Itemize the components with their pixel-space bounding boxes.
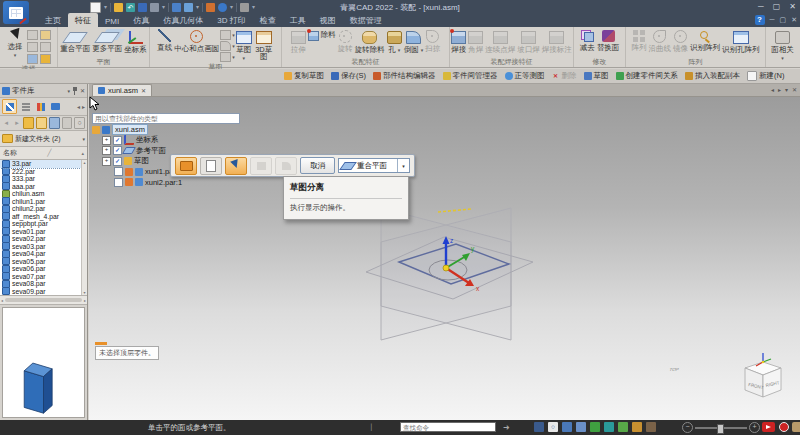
tab-feature[interactable]: 特征 bbox=[68, 13, 98, 27]
file-row[interactable]: seva06.par bbox=[0, 265, 87, 273]
recognize-hole-pattern-button[interactable]: 识别孔阵列 bbox=[721, 27, 761, 57]
step-button[interactable] bbox=[250, 157, 272, 175]
new-folder-icon[interactable] bbox=[23, 117, 34, 129]
tab-simulation[interactable]: 仿真 bbox=[126, 13, 156, 27]
tab-3d-print[interactable]: 3D 打印 bbox=[210, 13, 252, 27]
view-cube[interactable]: TOP FRONT RIGHT bbox=[669, 353, 781, 397]
weld-button[interactable]: 焊接 bbox=[450, 27, 467, 57]
subtract-button[interactable]: 减去 bbox=[579, 27, 596, 57]
file-row[interactable]: seva07.par bbox=[0, 273, 87, 281]
inter-part-manager-button[interactable]: 零件间管理器 bbox=[443, 71, 498, 81]
panel-close-icon[interactable]: ✕ bbox=[80, 87, 85, 94]
sketch-quick-button[interactable]: 草图 bbox=[584, 71, 609, 81]
file-row[interactable]: seva08.par bbox=[0, 280, 87, 288]
shaded-view-icon[interactable] bbox=[618, 422, 628, 432]
panel-menu-icon[interactable]: ▾ bbox=[67, 88, 70, 94]
rotate-view-icon[interactable] bbox=[604, 422, 614, 432]
scroll-up-icon[interactable]: ▴ bbox=[81, 150, 84, 156]
file-row[interactable]: seva03.par bbox=[0, 243, 87, 251]
new-file-button[interactable]: 新建(N) bbox=[747, 71, 784, 81]
account-icon[interactable] bbox=[792, 422, 800, 432]
library-tab-icon[interactable] bbox=[2, 99, 17, 114]
replace-face-button[interactable]: 替换面 bbox=[596, 27, 621, 57]
search-icon[interactable]: ○ bbox=[74, 117, 85, 129]
sketch-button[interactable]: 草图 ▾ bbox=[235, 27, 253, 62]
doc-restore-button[interactable]: ▢ bbox=[780, 15, 787, 25]
file-row[interactable]: chilun.asm bbox=[0, 190, 87, 198]
list-view-tab-icon[interactable] bbox=[19, 100, 32, 113]
finish-button[interactable] bbox=[275, 157, 297, 175]
pathfinder-search-input[interactable] bbox=[92, 113, 240, 124]
tree-root-row[interactable]: xuni.asm bbox=[92, 125, 282, 135]
scrollbar-thumb[interactable] bbox=[5, 298, 82, 302]
video-button[interactable] bbox=[762, 422, 775, 432]
weld-callout-button[interactable]: 焊接标注 bbox=[541, 27, 573, 57]
file-row[interactable]: 333.par bbox=[0, 175, 87, 183]
tab-prev-icon[interactable]: ◂ bbox=[771, 86, 774, 93]
save-button[interactable]: 保存(S) bbox=[331, 71, 366, 81]
select-button[interactable]: 选择 ▾ bbox=[7, 27, 24, 64]
copy-sketch-button[interactable]: 复制草图 bbox=[284, 71, 324, 81]
file-row[interactable]: 222.par bbox=[0, 168, 87, 176]
tab-close-all-icon[interactable]: ✕ bbox=[792, 86, 797, 93]
round-button[interactable]: 倒圆 ▾ bbox=[403, 27, 425, 57]
checkbox-unchecked[interactable] bbox=[114, 178, 123, 187]
center-point-circle-button[interactable]: 中心和点画圆 bbox=[173, 27, 220, 62]
user-view-icon[interactable] bbox=[646, 422, 656, 432]
record-button[interactable] bbox=[779, 422, 789, 432]
tab-scroll-right-icon[interactable]: ▸ bbox=[82, 103, 85, 110]
zoom-in-icon[interactable]: + bbox=[749, 422, 760, 433]
plane-type-dropdown[interactable]: 重合平面 ▾ bbox=[338, 158, 410, 173]
coordinate-system-button[interactable]: 坐标系 bbox=[123, 27, 148, 57]
rectangle-tool-icon[interactable] bbox=[220, 30, 231, 40]
delete-button[interactable]: ✕删除 bbox=[552, 71, 577, 81]
tab-inspect[interactable]: 检查 bbox=[253, 13, 283, 27]
file-row[interactable]: seva04.par bbox=[0, 250, 87, 258]
options-button[interactable] bbox=[175, 157, 197, 175]
folder-dropdown[interactable]: 新建文件夹 (2) ▾ bbox=[0, 131, 87, 147]
file-row[interactable]: chilun2.par bbox=[0, 205, 87, 213]
sketch-3d-button[interactable]: 3D草图 bbox=[253, 27, 275, 62]
tab-next-icon[interactable]: ▸ bbox=[778, 86, 781, 93]
name-column-header[interactable]: 名称 ╱ ▴ bbox=[0, 147, 87, 160]
select-option-icon[interactable] bbox=[40, 42, 51, 52]
tree-item-csys[interactable]: + ✓ 坐标系 bbox=[102, 136, 282, 146]
expander-icon[interactable]: + bbox=[102, 146, 111, 155]
select-option-icon[interactable] bbox=[40, 54, 51, 64]
revolve-cut-button[interactable]: 旋转除料 bbox=[354, 27, 386, 57]
monitor-icon[interactable] bbox=[49, 117, 60, 129]
back-icon[interactable]: ◂ bbox=[2, 118, 11, 128]
tab-pmi[interactable]: PMI bbox=[98, 15, 126, 27]
display-options-icon[interactable] bbox=[534, 422, 544, 432]
select-plane-button[interactable] bbox=[225, 157, 247, 175]
file-row[interactable]: 33.par bbox=[0, 160, 87, 168]
arc-tool-icon[interactable] bbox=[220, 41, 231, 51]
folder-icon[interactable] bbox=[36, 117, 47, 129]
iso-view-icon[interactable] bbox=[590, 422, 600, 432]
tab-data-management[interactable]: 数据管理 bbox=[343, 13, 389, 27]
tab-view[interactable]: 视图 bbox=[313, 13, 343, 27]
create-inter-part-relation-button[interactable]: 创建零件间关系 bbox=[616, 71, 679, 81]
checkbox-unchecked[interactable] bbox=[114, 167, 123, 176]
face-related-button[interactable]: 面相关 ▾ bbox=[770, 27, 795, 60]
doc-close-button[interactable]: ✕ bbox=[791, 15, 797, 25]
zoom-area-icon[interactable]: ○ bbox=[548, 422, 558, 432]
cancel-button[interactable]: 取消 bbox=[300, 157, 335, 174]
file-row[interactable]: seva01.par bbox=[0, 228, 87, 236]
fillet-tool-icon[interactable] bbox=[220, 52, 231, 62]
command-search-input[interactable] bbox=[400, 422, 496, 432]
file-row[interactable]: aaa.par bbox=[0, 183, 87, 191]
checkbox-checked[interactable]: ✓ bbox=[113, 136, 122, 145]
tab-scroll-left-icon[interactable]: ◂ bbox=[77, 103, 80, 110]
search-go-icon[interactable]: ➜ bbox=[503, 423, 510, 432]
file-row[interactable]: aff_mesh_4.par bbox=[0, 213, 87, 221]
minimize-button[interactable]: ─ bbox=[758, 2, 764, 11]
structure-editor-button[interactable]: 部件结构编辑器 bbox=[373, 71, 436, 81]
select-option-icon[interactable] bbox=[27, 42, 38, 52]
file-row[interactable]: seva02.par bbox=[0, 235, 87, 243]
sweep-button[interactable]: 扫掠 bbox=[424, 27, 441, 57]
isometric-view-button[interactable]: 正等测图 bbox=[505, 71, 545, 81]
line-button[interactable]: 直线 bbox=[156, 27, 173, 62]
pin-icon[interactable] bbox=[72, 87, 78, 95]
select-option-icon[interactable] bbox=[27, 30, 38, 40]
